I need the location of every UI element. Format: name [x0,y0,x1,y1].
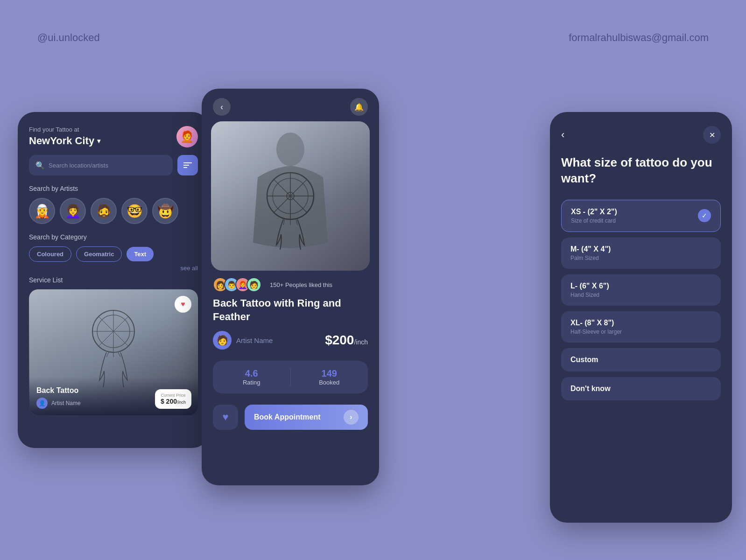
s3-option-xs-desc: Size of credit card [571,217,617,224]
s3-option-l-text: L- (6" X 6") Hand Sized [570,282,609,298]
s1-search-by-artists-label: Search by Artists [29,185,198,192]
screen1-card: Find your Tattoo at NewYork City ▾ 🧑‍🦰 🔍… [18,112,209,448]
s1-city[interactable]: NewYork City ▾ [29,135,100,147]
s2-heart-button[interactable]: ♥ [213,405,238,430]
s1-see-all[interactable]: see all [29,265,198,272]
s2-booked-stat: 149 Booked [291,368,368,386]
s1-artist-avatar-2[interactable]: 👩‍🦱 [60,198,86,224]
s1-artist-avatar-1[interactable]: 🧝 [29,198,55,224]
s1-service-card[interactable]: ♥ Back Tattoo 👤 Artist Name Current Pric… [29,289,198,415]
chevron-down-icon: ▾ [97,137,100,145]
s2-stats-row: 4.6 Rating 149 Booked [213,361,368,393]
s3-option-m-desc: Palm Sized [570,255,611,261]
s1-header: Find your Tattoo at NewYork City ▾ 🧑‍🦰 [29,126,198,147]
s2-notification-button[interactable]: 🔔 [350,98,368,116]
watermark-left: @ui.unlocked [37,32,100,44]
s3-custom-name: Custom [570,356,711,364]
s3-option-xs[interactable]: XS - (2" X 2") Size of credit card ✓ [561,200,721,232]
s2-like-avatar-4: 🧑 [246,277,261,292]
s2-artist-avatar: 🧑 [213,331,232,350]
s3-option-xl-name: XL- (8" X 8") [570,319,622,327]
s2-rating-label: Rating [213,379,290,386]
s1-search-row: 🔍 Search location/artists [29,155,198,175]
s1-category-row: Coloured Geomatric Text [29,246,198,262]
s3-dontknow-name: Don't know [570,385,711,393]
s1-artists-row: 🧝 👩‍🦱 🧔 🤓 🤠 [29,198,198,224]
s3-title: What size of tattoo do you want? [561,155,721,187]
s3-option-xl-desc: Half-Sleeve or larger [570,329,622,335]
s3-option-xs-name: XS - (2" X 2") [571,208,617,216]
watermark-right: formalrahulbiswas@gmail.com [569,32,709,44]
s2-content: Back Tattoo with Ring and Feather 🧑 Arti… [202,297,379,393]
s1-category-geomatric[interactable]: Geomatric [76,246,122,262]
s1-card-artist-name: Artist Name [51,400,81,406]
s3-option-l-name: L- (6" X 6") [570,282,609,290]
s1-service-list-label: Service List [29,276,198,284]
s2-book-arrow-icon: › [344,410,359,425]
screen2-card: ‹ 🔔 [202,89,379,485]
s1-mini-avatar: 👤 [36,398,48,409]
s1-location-info: Find your Tattoo at NewYork City ▾ [29,126,100,147]
s1-card-heart-icon[interactable]: ♥ [175,296,191,313]
s2-book-appointment-button[interactable]: Book Appointment › [245,405,368,430]
s3-option-l[interactable]: L- (6" X 6") Hand Sized [561,274,721,306]
s1-price-unit: /inch [177,400,186,405]
s3-option-m-name: M- (4" X 4") [570,245,611,253]
s2-tattoo-title: Back Tattoo with Ring and Feather [213,297,368,323]
s3-option-dontknow[interactable]: Don't know [561,377,721,400]
s1-artist-avatar-4[interactable]: 🤓 [121,198,148,224]
s1-artist-avatar-5[interactable]: 🤠 [152,198,178,224]
s1-price-badge: Current Price $ 200/inch [155,389,191,409]
s2-booked-label: Booked [291,379,368,386]
s3-option-l-desc: Hand Sized [570,292,609,298]
s3-option-xl[interactable]: XL- (8" X 8") Half-Sleeve or larger [561,311,721,343]
s2-booked-value: 149 [291,368,368,379]
s3-close-button[interactable]: ✕ [703,126,721,144]
s1-search-by-category-label: Search by Category [29,233,198,241]
svg-point-14 [276,133,304,166]
s2-artist-name: Artist Name [236,336,273,344]
s1-search-placeholder: Search location/artists [49,162,108,169]
screen3-card: ‹ ✕ What size of tattoo do you want? XS … [550,112,732,523]
s2-tattoo-photo [211,121,370,271]
s3-option-m-text: M- (4" X 4") Palm Sized [570,245,611,261]
s1-price-value: $ 200/inch [161,398,186,405]
s3-option-m[interactable]: M- (4" X 4") Palm Sized [561,238,721,269]
s1-category-text[interactable]: Text [127,247,154,261]
s3-option-custom[interactable]: Custom [561,348,721,371]
s1-price-label: Current Price [161,393,186,398]
s1-filter-button[interactable] [177,155,198,175]
s2-nav: ‹ 🔔 [202,89,379,122]
search-icon: 🔍 [35,161,45,170]
s3-back-button[interactable]: ‹ [561,129,564,141]
s2-like-avatars: 👩 👨 👩‍🦰 🧑 [213,277,258,292]
s2-likes-text: 150+ Peoples liked this [270,281,332,288]
s1-search-box[interactable]: 🔍 Search location/artists [29,155,173,175]
s1-artist-avatar-3[interactable]: 🧔 [91,198,117,224]
s3-nav: ‹ ✕ [561,126,721,144]
s2-rating-value: 4.6 [213,368,290,379]
s2-artist-row: 🧑 Artist Name $200/inch [213,331,368,350]
s1-category-coloured[interactable]: Coloured [29,246,71,262]
s3-check-xs: ✓ [698,209,711,222]
s2-rating-stat: 4.6 Rating [213,368,290,386]
s3-option-xs-text: XS - (2" X 2") Size of credit card [571,208,617,224]
s2-likes-row: 👩 👨 👩‍🦰 🧑 150+ Peoples liked this [202,271,379,297]
s2-price-display: $200/inch [325,333,368,348]
s2-back-button[interactable]: ‹ [213,98,231,116]
s1-user-avatar[interactable]: 🧑‍🦰 [176,126,198,147]
s1-find-text: Find your Tattoo at [29,126,100,133]
s2-bottom-row: ♥ Book Appointment › [202,405,379,430]
s2-artist-info: 🧑 Artist Name [213,331,273,350]
s3-option-xl-text: XL- (8" X 8") Half-Sleeve or larger [570,319,622,335]
